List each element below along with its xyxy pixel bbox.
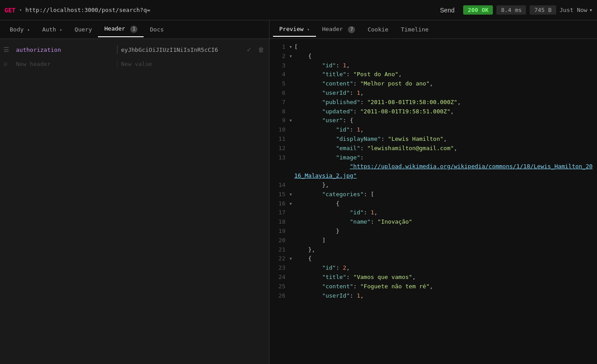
tab-docs[interactable]: Docs bbox=[144, 23, 170, 36]
json-token-str: "Inovação" bbox=[378, 218, 412, 225]
json-token-comma: , bbox=[444, 136, 447, 142]
json-token-brace: { bbox=[336, 200, 339, 207]
json-token-str: "Vamos que vamos" bbox=[353, 274, 412, 280]
json-token-colon: : bbox=[364, 191, 371, 197]
json-token-key: "id" bbox=[336, 126, 350, 133]
method-badge[interactable]: GET bbox=[4, 7, 16, 14]
json-token-colon: : bbox=[350, 292, 357, 299]
json-token-key: "content" bbox=[322, 283, 353, 290]
json-line: 13 "image": bbox=[269, 153, 597, 163]
line-number: 4 bbox=[273, 70, 285, 79]
json-content: "updated": "2011-08-01T19:58:51.000Z", bbox=[294, 107, 593, 116]
json-token-key: "title" bbox=[322, 274, 347, 280]
json-token-colon: : bbox=[360, 99, 367, 105]
toggle-arrow bbox=[289, 144, 294, 153]
new-header-key-input[interactable] bbox=[16, 61, 113, 67]
json-token-comma: , bbox=[325, 182, 329, 188]
url-input[interactable] bbox=[25, 7, 431, 13]
json-token-colon: : bbox=[360, 145, 367, 151]
json-content: "id": 1, bbox=[294, 125, 593, 135]
toggle-arrow[interactable]: ▾ bbox=[289, 199, 294, 209]
json-token-key: "id" bbox=[322, 264, 336, 271]
tab-body[interactable]: Body ▾ bbox=[4, 23, 36, 36]
json-token-brace: { bbox=[308, 255, 312, 262]
json-line: 4 "title": "Post do Ano", bbox=[269, 70, 597, 79]
line-number: 6 bbox=[273, 89, 285, 98]
line-number: 21 bbox=[273, 245, 285, 255]
tab-timeline[interactable]: Timeline bbox=[394, 23, 435, 36]
line-number: 5 bbox=[273, 79, 285, 89]
json-content: "categories": [ bbox=[294, 190, 593, 199]
json-token-key: "id" bbox=[350, 209, 363, 216]
line-number: 12 bbox=[273, 144, 285, 153]
tab-preview[interactable]: Preview ▾ bbox=[273, 22, 316, 37]
json-token-comma: , bbox=[374, 209, 378, 216]
json-token-brace: { bbox=[350, 117, 353, 124]
json-token-key: "categories" bbox=[322, 191, 364, 197]
toggle-arrow[interactable]: ▾ bbox=[289, 43, 294, 52]
check-icon-button[interactable]: ✓ bbox=[245, 46, 253, 53]
toggle-arrow bbox=[289, 273, 294, 282]
toggle-arrow bbox=[289, 135, 294, 144]
json-token-comma: , bbox=[360, 89, 364, 96]
json-token-colon: : bbox=[353, 283, 360, 290]
json-token-str: "2011-08-01T19:58:00.000Z" bbox=[367, 99, 457, 105]
json-token-colon: : bbox=[343, 117, 350, 124]
toggle-arrow[interactable]: ▾ bbox=[289, 190, 294, 199]
send-button[interactable]: Send bbox=[435, 5, 460, 15]
json-content: "displayName": "Lewis Hamilton", bbox=[294, 135, 593, 144]
toggle-arrow bbox=[289, 70, 294, 79]
left-tab-bar: Body ▾ Auth ▾ Query Header 1 Docs bbox=[0, 20, 269, 39]
json-content: "title": "Post do Ano", bbox=[294, 70, 593, 79]
json-token-key: "updated" bbox=[322, 108, 353, 115]
json-line: 17 "id": 1, bbox=[269, 208, 597, 217]
json-token-str: "Lewis Hamilton" bbox=[388, 136, 443, 142]
line-number: 17 bbox=[273, 208, 285, 217]
toggle-arrow[interactable]: ▾ bbox=[289, 254, 294, 263]
tab-cookie[interactable]: Cookie bbox=[361, 23, 394, 36]
line-number: 15 bbox=[273, 190, 285, 199]
line-number: 3 bbox=[273, 61, 285, 70]
tab-response-header[interactable]: Header 7 bbox=[316, 22, 362, 37]
toggle-arrow bbox=[289, 98, 294, 107]
json-line: 21 }, bbox=[269, 245, 597, 255]
json-token-str: "Post do Ano" bbox=[353, 71, 398, 77]
line-number: 14 bbox=[273, 181, 285, 190]
json-token-colon: : bbox=[371, 218, 378, 225]
json-token-key: "user" bbox=[322, 117, 343, 124]
toggle-arrow[interactable]: ▾ bbox=[289, 116, 294, 125]
delete-icon-button[interactable]: 🗑 bbox=[257, 46, 265, 53]
json-token-colon: : bbox=[350, 126, 357, 133]
json-viewer[interactable]: 1▾[2▾ {3 "id": 1,4 "title": "Post do Ano… bbox=[269, 39, 597, 364]
json-line: 12 "email": "lewishamilton@gmail.com", bbox=[269, 144, 597, 153]
json-content: "email": "lewishamilton@gmail.com", bbox=[294, 144, 593, 153]
new-header-value-input[interactable] bbox=[121, 61, 265, 67]
json-token-colon: : bbox=[364, 209, 371, 216]
header-key-input[interactable] bbox=[16, 46, 113, 53]
line-number: 8 bbox=[273, 107, 285, 116]
header-count: 1 bbox=[130, 26, 137, 33]
header-divider bbox=[117, 45, 117, 54]
json-content: "user": { bbox=[294, 116, 593, 125]
new-header-divider bbox=[117, 59, 117, 68]
line-number: 1 bbox=[273, 43, 285, 52]
toggle-arrow[interactable]: ▾ bbox=[289, 52, 294, 61]
toggle-arrow bbox=[289, 181, 294, 190]
json-content: "https://upload.wikimedia.org/wikipedia/… bbox=[294, 162, 593, 181]
json-token-comma: , bbox=[429, 283, 433, 290]
json-content: { bbox=[294, 199, 593, 209]
toggle-arrow bbox=[289, 291, 294, 301]
tab-header[interactable]: Header 1 bbox=[98, 22, 144, 37]
gear-icon: ⚙ bbox=[4, 60, 12, 67]
json-content: [ bbox=[294, 43, 593, 52]
line-number: 24 bbox=[273, 273, 285, 282]
line-number: 25 bbox=[273, 282, 285, 291]
header-value-input[interactable] bbox=[121, 46, 242, 53]
top-bar: GET ▾ Send 200 OK 8.4 ms 745 B Just Now … bbox=[0, 0, 597, 20]
tab-query[interactable]: Query bbox=[68, 23, 98, 36]
tab-auth[interactable]: Auth ▾ bbox=[36, 23, 68, 36]
json-token-comma: , bbox=[312, 246, 315, 253]
json-token-key: "published" bbox=[322, 99, 360, 105]
toggle-arrow bbox=[289, 236, 294, 245]
json-content: "id": 2, bbox=[294, 263, 593, 273]
